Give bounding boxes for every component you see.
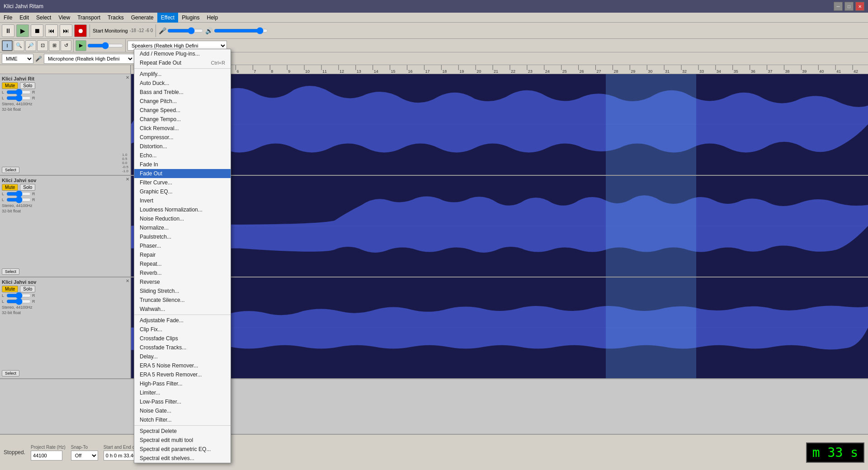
- input-volume-slider[interactable]: [167, 28, 203, 33]
- menu-high-pass[interactable]: High-Pass Filter...: [134, 379, 231, 388]
- zoom-in-button[interactable]: 🔍: [14, 40, 24, 51]
- project-rate-input[interactable]: [31, 451, 62, 461]
- menu-plugins[interactable]: Plugins: [178, 13, 203, 23]
- menu-repeat-fade-out[interactable]: Repeat Fade Out Ctrl+R: [134, 58, 231, 67]
- output-volume-slider[interactable]: [214, 28, 268, 33]
- menu-fade-out[interactable]: Fade Out: [134, 169, 231, 178]
- menu-invert[interactable]: Invert: [134, 196, 231, 205]
- svg-rect-96: [606, 277, 696, 378]
- selection-tool-button[interactable]: I: [2, 40, 13, 51]
- menu-repeat[interactable]: Repeat...: [134, 259, 231, 268]
- menu-noise-gate[interactable]: Noise Gate...: [134, 406, 231, 415]
- speaker-icon: 🔊: [205, 27, 213, 34]
- menu-generate[interactable]: Generate: [127, 13, 157, 23]
- menu-spectral-multi[interactable]: Spectral edit multi tool: [134, 436, 231, 445]
- menu-add-remove-plugins[interactable]: Add / Remove Plug-ins...: [134, 49, 231, 58]
- menu-transport[interactable]: Transport: [74, 13, 104, 23]
- menu-auto-duck[interactable]: Auto Duck...: [134, 79, 231, 88]
- pause-button[interactable]: ⏸: [2, 24, 14, 37]
- menu-view[interactable]: View: [55, 13, 74, 23]
- menu-file[interactable]: File: [0, 13, 16, 23]
- menu-echo[interactable]: Echo...: [134, 151, 231, 160]
- minimize-button[interactable]: ─: [834, 2, 843, 11]
- track-1-pan-slider[interactable]: [6, 95, 31, 101]
- skip-start-button[interactable]: ⏮: [45, 24, 58, 37]
- menu-truncate-silence[interactable]: Truncate Silence...: [134, 296, 231, 305]
- track-1-select-button[interactable]: Select: [2, 167, 19, 173]
- menu-era5-noise[interactable]: ERA 5 Noise Remover...: [134, 361, 231, 370]
- stop-button[interactable]: ⏹: [31, 24, 43, 37]
- track-2-select-button[interactable]: Select: [2, 268, 19, 275]
- device-bar: MME 🎤 Microphone (Realtek High Defini: [0, 52, 868, 65]
- menu-change-tempo[interactable]: Change Tempo...: [134, 115, 231, 124]
- menu-era5-reverb[interactable]: ERA 5 Reverb Remover...: [134, 370, 231, 379]
- track-3-pan-slider[interactable]: [6, 299, 31, 304]
- menu-reverse[interactable]: Reverse: [134, 277, 231, 287]
- effect-dropdown-menu[interactable]: Add / Remove Plug-ins... Repeat Fade Out…: [134, 49, 231, 463]
- track-3-solo-button[interactable]: Solo: [20, 286, 35, 292]
- skip-end-button[interactable]: ⏭: [60, 24, 72, 37]
- menu-compressor[interactable]: Compressor...: [134, 133, 231, 142]
- menu-clip-fix[interactable]: Clip Fix...: [134, 325, 231, 334]
- zoom-out-button[interactable]: 🔎: [25, 40, 36, 51]
- menu-amplify[interactable]: Amplify...: [134, 70, 231, 79]
- track-3-select-button[interactable]: Select: [2, 370, 19, 376]
- menu-crossfade-clips[interactable]: Crossfade Clips: [134, 334, 231, 343]
- track-3-mute-button[interactable]: Mute: [2, 286, 18, 292]
- menu-spectral-delete[interactable]: Spectral Delete: [134, 427, 231, 436]
- menu-paulstretch[interactable]: Paulstretch...: [134, 232, 231, 241]
- svg-text:14: 14: [374, 69, 378, 74]
- menu-low-pass[interactable]: Low-Pass Filter...: [134, 397, 231, 406]
- menu-crossfade-tracks[interactable]: Crossfade Tracks...: [134, 343, 231, 352]
- menu-change-pitch[interactable]: Change Pitch...: [134, 97, 231, 106]
- track-3-close-button[interactable]: ✕: [126, 278, 129, 283]
- menu-sliding-stretch[interactable]: Sliding Stretch...: [134, 287, 231, 296]
- menu-adjustable-fade[interactable]: Adjustable Fade...: [134, 316, 231, 325]
- track-2-pan-slider[interactable]: [6, 197, 31, 202]
- play-at-speed-button[interactable]: ▶: [75, 40, 86, 51]
- menu-filter-curve[interactable]: Filter Curve...: [134, 178, 231, 187]
- track-1-solo-button[interactable]: Solo: [20, 82, 35, 89]
- menu-help[interactable]: Help: [203, 13, 222, 23]
- menu-repair[interactable]: Repair: [134, 250, 231, 259]
- menu-reverb[interactable]: Reverb...: [134, 268, 231, 277]
- snap-to-select[interactable]: Off: [71, 451, 98, 461]
- track-2-mute-button[interactable]: Mute: [2, 184, 18, 191]
- menu-edit[interactable]: Edit: [16, 13, 33, 23]
- menu-noise-reduction[interactable]: Noise Reduction...: [134, 214, 231, 223]
- menu-select[interactable]: Select: [33, 13, 55, 23]
- play-button[interactable]: ▶: [16, 24, 29, 37]
- track-1-close-button[interactable]: ✕: [126, 75, 129, 80]
- zoom-selection-button[interactable]: ⊡: [37, 40, 48, 51]
- track-2-close-button[interactable]: ✕: [126, 177, 129, 182]
- input-device-select[interactable]: Microphone (Realtek High Defini: [44, 54, 134, 64]
- menu-loudness-norm[interactable]: Loudness Normalization...: [134, 205, 231, 214]
- track-2-select-area: Select: [2, 268, 19, 275]
- menu-phaser[interactable]: Phaser...: [134, 241, 231, 250]
- close-button[interactable]: ✕: [855, 2, 864, 11]
- menu-notch-filter[interactable]: Notch Filter...: [134, 415, 231, 424]
- record-button[interactable]: ⏺: [74, 24, 87, 37]
- menu-spectral-shelves[interactable]: Spectral edit shelves...: [134, 454, 231, 463]
- menu-spectral-parametric[interactable]: Spectral edit parametric EQ...: [134, 445, 231, 454]
- menu-tracks[interactable]: Tracks: [104, 13, 127, 23]
- menu-click-removal[interactable]: Click Removal...: [134, 124, 231, 133]
- high-pass-label: High-Pass Filter...: [140, 381, 183, 387]
- menu-bass-treble[interactable]: Bass and Treble...: [134, 88, 231, 97]
- maximize-button[interactable]: □: [844, 2, 854, 11]
- menu-distortion[interactable]: Distortion...: [134, 142, 231, 151]
- menu-limiter[interactable]: Limiter...: [134, 388, 231, 397]
- audio-host-select[interactable]: MME: [2, 54, 33, 64]
- track-2-solo-button[interactable]: Solo: [20, 184, 35, 191]
- zoom-reset-button[interactable]: ↺: [61, 40, 71, 51]
- menu-wahwah[interactable]: Wahwah...: [134, 305, 231, 314]
- menu-effect[interactable]: Effect: [157, 13, 178, 23]
- playback-speed-slider[interactable]: [87, 42, 123, 50]
- zoom-fit-button[interactable]: ⊞: [49, 40, 60, 51]
- menu-graphic-eq[interactable]: Graphic EQ...: [134, 187, 231, 196]
- menu-delay[interactable]: Delay...: [134, 352, 231, 361]
- menu-change-speed[interactable]: Change Speed...: [134, 106, 231, 115]
- menu-fade-in[interactable]: Fade In: [134, 160, 231, 169]
- menu-normalize[interactable]: Normalize...: [134, 223, 231, 232]
- track-1-mute-button[interactable]: Mute: [2, 82, 18, 89]
